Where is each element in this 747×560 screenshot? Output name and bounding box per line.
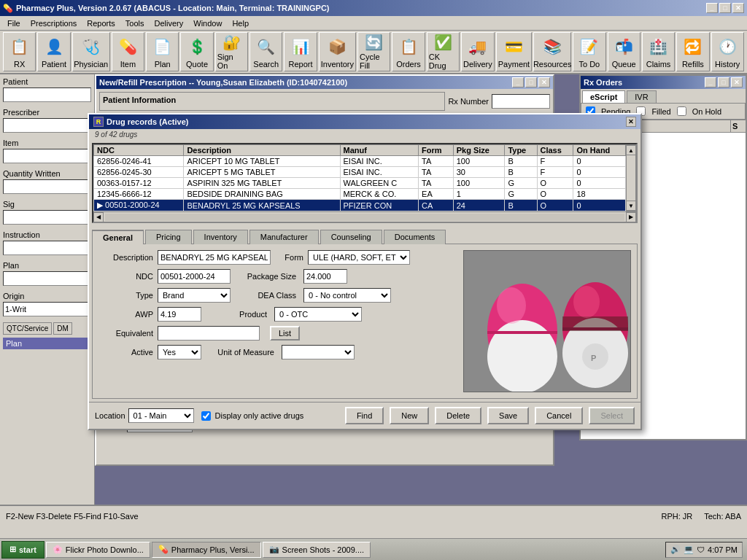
tray-icon-1: 🔊 <box>670 545 681 554</box>
drug-form-section: Description Form ULE (HARD, SOFT, ETC.) … <box>98 250 457 392</box>
form-cell: TA <box>419 178 454 189</box>
counseling-tab[interactable]: Counseling <box>320 230 382 244</box>
general-tab[interactable]: General <box>92 230 144 244</box>
windows-logo: ⊞ <box>9 545 16 554</box>
drug-modal-close-btn[interactable]: ✕ <box>626 117 636 127</box>
new-button[interactable]: New <box>390 407 429 424</box>
pricing-tab[interactable]: Pricing <box>145 230 192 244</box>
location-section: Location 01 - Main <box>95 408 194 423</box>
scroll-right-arrow[interactable]: ▶ <box>626 212 636 222</box>
location-select[interactable]: 01 - Main <box>128 408 194 423</box>
documents-tab[interactable]: Documents <box>384 230 446 244</box>
ndc-field-label: NDC <box>98 272 153 281</box>
manuf-cell: WALGREEN C <box>340 178 419 189</box>
form-cell: TA <box>419 156 454 167</box>
pkgsize-field[interactable] <box>303 269 347 284</box>
display-active-checkbox[interactable] <box>201 411 211 421</box>
description-col: Description <box>184 145 340 156</box>
manuf-cell: PFIZER CON <box>340 200 419 211</box>
scroll-up-arrow[interactable]: ▲ <box>626 145 636 155</box>
onhand-cell: 18 <box>573 189 626 200</box>
table-row[interactable]: 62856-0245-30 ARICEPT 5 MG TABLET EISAI … <box>94 167 626 178</box>
cancel-button[interactable]: Cancel <box>535 407 583 424</box>
start-button[interactable]: ⊞ start <box>1 541 44 559</box>
pill-image-svg: P <box>464 251 631 392</box>
taskbar-pharmacy[interactable]: 💊 Pharmacy Plus, Versi... <box>152 542 261 558</box>
flickr-icon: 🌸 <box>53 545 63 554</box>
onhand-cell: 0 <box>573 178 626 189</box>
type-dea-row: Type Brand Generic DEA Class 0 - No cont… <box>98 288 457 303</box>
form-field-select[interactable]: ULE (HARD, SOFT, ETC.) <box>308 250 410 265</box>
table-row[interactable]: 12345-6666-12 BEDSIDE DRAINING BAG MERCK… <box>94 189 626 200</box>
grid-scroll-area: NDC Description Manuf Form Pkg Size Type… <box>93 144 626 211</box>
pkgsize-cell: 100 <box>453 156 505 167</box>
type-field-label: Type <box>98 291 153 300</box>
screenshots-label: Screen Shots - 2009.... <box>282 545 365 554</box>
drug-table-body: 62856-0246-41 ARICEPT 10 MG TABLET EISAI… <box>94 156 626 211</box>
grid-horizontal-scrollbar[interactable]: ◀ ▶ <box>93 211 636 222</box>
list-button[interactable]: List <box>270 326 300 341</box>
header-row: NDC Description Manuf Form Pkg Size Type… <box>94 145 626 156</box>
scroll-left-arrow[interactable]: ◀ <box>93 212 104 222</box>
table-row[interactable]: 62856-0246-41 ARICEPT 10 MG TABLET EISAI… <box>94 156 626 167</box>
product-field-select[interactable]: 0 - OTC <box>274 307 362 322</box>
pharmacy-icon: 💊 <box>158 545 169 554</box>
uom-field-select[interactable] <box>282 345 355 359</box>
pkgsize-cell: 30 <box>453 167 505 178</box>
type-cell: B <box>505 156 537 167</box>
table-row[interactable]: 00363-0157-12 ASPIRIN 325 MG TABLET WALG… <box>94 178 626 189</box>
awp-product-row: AWP Product 0 - OTC <box>98 307 457 322</box>
svg-point-2 <box>487 320 557 392</box>
modal-overlay: R Drug records (Active) ✕ 9 of 42 drugs … <box>0 0 747 560</box>
manuf-col: Manuf <box>340 145 419 156</box>
taskbar-screenshots[interactable]: 📷 Screen Shots - 2009.... <box>263 542 371 558</box>
description-field[interactable] <box>158 250 271 265</box>
scroll-down-arrow[interactable]: ▼ <box>626 201 636 211</box>
description-cell: BEDSIDE DRAINING BAG <box>184 189 340 200</box>
svg-point-4 <box>497 287 526 324</box>
drug-modal-icon: R <box>93 117 104 127</box>
type-col: Type <box>505 145 537 156</box>
display-active-label: Display only active drugs <box>215 411 304 420</box>
table-row-selected[interactable]: ▶ 00501-2000-24 BENADRYL 25 MG KAPSEALS … <box>94 200 626 211</box>
type-field-select[interactable]: Brand Generic <box>158 288 231 303</box>
pill-image-container: P <box>463 250 631 392</box>
ndc-cell: 62856-0245-30 <box>94 167 184 178</box>
form-cell: EA <box>419 189 454 200</box>
form-cell: CA <box>419 200 454 211</box>
description-cell: BENADRYL 25 MG KAPSEALS <box>184 200 340 211</box>
product-field-label: Product <box>209 310 267 319</box>
drug-detail-content: Description Form ULE (HARD, SOFT, ETC.) … <box>98 250 631 392</box>
description-cell: ARICEPT 10 MG TABLET <box>184 156 340 167</box>
awp-field[interactable] <box>158 307 201 322</box>
description-cell: ARICEPT 5 MG TABLET <box>184 167 340 178</box>
drug-modal-title-text: Drug records (Active) <box>107 117 188 126</box>
pkgsize-cell: 24 <box>453 200 505 211</box>
uom-field-label: Unit of Measure <box>209 348 274 357</box>
save-button[interactable]: Save <box>487 407 529 424</box>
pkgsize-cell: 100 <box>453 178 505 189</box>
find-button[interactable]: Find <box>345 407 384 424</box>
type-cell: G <box>505 178 537 189</box>
equivalent-field[interactable] <box>158 326 260 341</box>
class-cell: F <box>537 156 573 167</box>
inventory-tab[interactable]: Inventory <box>193 230 248 244</box>
drug-table-header: NDC Description Manuf Form Pkg Size Type… <box>94 145 626 156</box>
scroll-h-thumb[interactable] <box>105 214 624 221</box>
location-label: Location <box>95 411 125 420</box>
type-cell: G <box>505 189 537 200</box>
manufacturer-tab[interactable]: Manufacturer <box>249 230 319 244</box>
onhand-col: On Hand <box>573 145 626 156</box>
taskbar-flickr[interactable]: 🌸 Flickr Photo Downlo... <box>46 542 150 558</box>
drug-modal-footer: Location 01 - Main Display only active d… <box>89 402 640 429</box>
dea-field-select[interactable]: 0 - No control <box>303 288 391 303</box>
active-field-select[interactable]: Yes No <box>158 345 201 359</box>
delete-button[interactable]: Delete <box>435 407 481 424</box>
select-button[interactable]: Select <box>589 407 635 424</box>
taskbar: ⊞ start 🌸 Flickr Photo Downlo... 💊 Pharm… <box>0 538 747 560</box>
drug-modal-title-bar: R Drug records (Active) ✕ <box>89 114 640 129</box>
grid-vertical-scrollbar[interactable]: ▲ ▼ <box>626 144 636 211</box>
drug-grid-container: NDC Description Manuf Form Pkg Size Type… <box>92 143 638 223</box>
ndc-field[interactable] <box>158 269 231 284</box>
form-cell: TA <box>419 167 454 178</box>
